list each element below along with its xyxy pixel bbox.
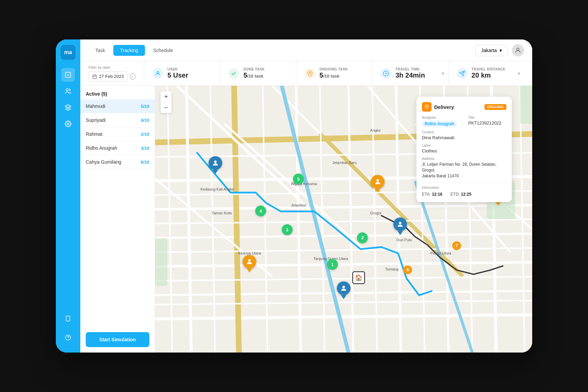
date-input[interactable]: 27 Feb 2023 xyxy=(88,71,128,81)
marker-blue-2[interactable] xyxy=(393,217,407,235)
svg-point-2 xyxy=(67,123,69,125)
tab-schedule[interactable]: Schedule xyxy=(146,45,180,56)
user-stat-value: 5 User xyxy=(167,71,188,79)
map-area[interactable]: + − Angke Jelambar Baru Jelambar Grogol … xyxy=(155,86,532,353)
etd-value: 12:25 xyxy=(461,192,472,197)
app-logo: ma xyxy=(61,45,76,60)
header-right: Jakarta ▾ xyxy=(475,44,524,56)
filter-label: Filter by date xyxy=(88,65,136,69)
warehouse-marker[interactable]: 🏠 xyxy=(352,271,365,284)
popup-assignee-field: Assignee Ridho Anugrah xyxy=(422,116,460,127)
active-header: Active (5) xyxy=(80,86,155,99)
marker-4[interactable]: 4 xyxy=(255,206,266,216)
left-panel: Active (5) Mahmudi 5/10 Supriyadi 4/10 R… xyxy=(80,86,155,353)
sidebar-item-help[interactable] xyxy=(61,331,75,344)
travel-distance-icon xyxy=(457,68,468,79)
marker-7[interactable]: 7 xyxy=(452,241,461,250)
marker-2[interactable]: 2 xyxy=(357,232,368,243)
done-stat-value: 5/10 task xyxy=(243,71,265,79)
list-item[interactable]: Supriyadi 4/10 xyxy=(80,113,155,127)
stats-row: Filter by date 27 Feb 2023 i USER 5 User xyxy=(80,61,532,86)
marker-orange-2[interactable] xyxy=(243,255,256,273)
tab-task[interactable]: Task xyxy=(88,45,112,56)
user-name: Supriyadi xyxy=(86,117,105,123)
tab-tracking[interactable]: Tracking xyxy=(113,45,145,56)
address-value: Jl. Letjen Parman No. 28, Duren Selatan,… xyxy=(422,162,506,179)
travel-time-value: 3h 24min xyxy=(395,71,425,79)
travel-distance-content: TRAVEL DISTANCE 20 km xyxy=(472,67,506,79)
list-item[interactable]: Cahya Gumilang 6/10 xyxy=(80,155,155,169)
info-section: Information xyxy=(422,186,439,191)
svg-point-12 xyxy=(157,71,159,74)
marker-1[interactable]: 1 xyxy=(327,259,338,270)
zoom-in-button[interactable]: + xyxy=(161,91,172,102)
done-stat-content: DONE TASK 5/10 task xyxy=(243,67,265,79)
assignee-value[interactable]: Ridho Anugrah xyxy=(422,121,457,127)
svg-rect-52 xyxy=(520,86,532,124)
info-label: Information xyxy=(422,186,439,190)
popup-content-field: Content Dina Rahmawati xyxy=(422,130,506,140)
marker-6[interactable]: 6 xyxy=(403,265,412,274)
stats-card-done: DONE TASK 5/10 task xyxy=(220,61,296,85)
ongoing-stat-icon xyxy=(305,68,315,79)
assignee-label: Assignee xyxy=(422,116,460,119)
content-label: Content xyxy=(422,130,506,134)
delivery-popup: Delivery ONGOING Assignee Ridho Anugrah … xyxy=(416,97,512,202)
done-stat-icon xyxy=(228,68,239,79)
marker-blue-1[interactable] xyxy=(209,156,222,174)
label-label: Label xyxy=(422,144,506,147)
user-stat-label: USER xyxy=(167,67,188,71)
marker-blue-3[interactable] xyxy=(337,281,350,299)
sidebar-item-tasks[interactable] xyxy=(61,68,75,82)
user-score: 4/10 xyxy=(141,118,149,123)
zoom-out-button[interactable]: − xyxy=(161,102,172,113)
user-name: Rahmat xyxy=(86,131,102,137)
popup-title-field: Title PKT1239212022 xyxy=(468,116,506,127)
eta-etd-row: ETA: 12:16 ETD: 12:25 xyxy=(422,192,506,197)
marker-3[interactable]: 3 xyxy=(282,224,293,235)
marker-orange-1[interactable] xyxy=(371,175,385,193)
title-value: PKT1239212022 xyxy=(468,120,506,126)
user-name: Mahmudi xyxy=(86,103,105,109)
svg-point-13 xyxy=(309,72,311,74)
stats-card-travel-distance: TRAVEL DISTANCE 20 km ▾ xyxy=(448,61,524,85)
sidebar-item-integrations[interactable] xyxy=(61,101,75,114)
marker-5[interactable]: 5 xyxy=(293,174,304,184)
popup-assignee-title-row: Assignee Ridho Anugrah Title PKT12392120… xyxy=(422,116,506,130)
sidebar-item-mobile[interactable] xyxy=(61,312,75,325)
svg-point-1 xyxy=(66,89,68,91)
svg-point-59 xyxy=(342,286,345,288)
list-item[interactable]: Mahmudi 5/10 xyxy=(80,99,155,113)
user-avatar[interactable] xyxy=(512,44,524,56)
travel-time-content: TRAVEL TIME 3h 24min xyxy=(395,67,425,79)
popup-info-row: Information xyxy=(422,182,506,191)
chevron-down-icon[interactable]: ▾ xyxy=(442,71,444,76)
user-score: 2/10 xyxy=(141,132,149,137)
date-value: 27 Feb 2023 xyxy=(99,74,124,79)
stats-filter: Filter by date 27 Feb 2023 i xyxy=(88,61,144,85)
main-content: Task Tracking Schedule Jakarta ▾ Filter … xyxy=(80,39,532,353)
svg-point-58 xyxy=(399,222,402,224)
svg-point-54 xyxy=(376,179,379,181)
svg-point-60 xyxy=(426,106,427,107)
info-icon[interactable]: i xyxy=(130,74,136,80)
address-label: Address xyxy=(422,157,506,161)
label-value: Clothes xyxy=(422,148,506,153)
list-item[interactable]: Ridho Anugrah 3/10 xyxy=(80,141,155,155)
chevron-down-icon-2[interactable]: ▾ xyxy=(518,71,520,76)
user-name: Cahya Gumilang xyxy=(86,159,121,165)
user-score: 3/10 xyxy=(141,146,149,151)
city-value: Jakarta xyxy=(481,48,497,53)
list-item[interactable]: Rahmat 2/10 xyxy=(80,127,155,141)
sidebar-item-settings[interactable] xyxy=(61,117,75,131)
done-stat-label: DONE TASK xyxy=(243,67,265,71)
travel-distance-label: TRAVEL DISTANCE xyxy=(472,67,506,71)
svg-point-7 xyxy=(517,48,519,50)
stats-card-user: USER 5 User xyxy=(144,61,220,85)
city-select[interactable]: Jakarta ▾ xyxy=(475,45,508,56)
sidebar-item-users[interactable] xyxy=(61,84,75,98)
svg-rect-8 xyxy=(93,75,97,79)
svg-point-57 xyxy=(214,160,217,163)
svg-point-55 xyxy=(248,259,250,261)
start-simulation-button[interactable]: Start Simulation xyxy=(86,332,149,347)
